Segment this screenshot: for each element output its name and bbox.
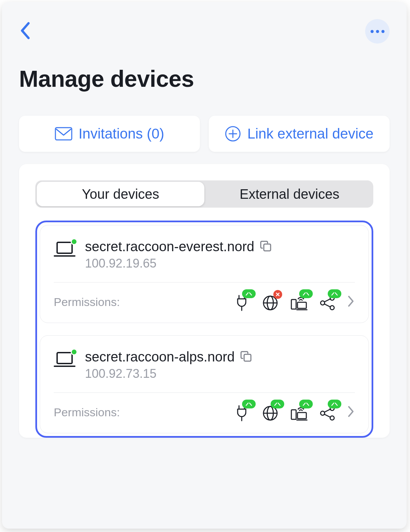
divider xyxy=(54,282,355,283)
laptop-icon xyxy=(54,351,75,368)
svg-rect-37 xyxy=(297,413,306,419)
status-badge-enabled xyxy=(328,400,341,408)
svg-rect-14 xyxy=(291,300,296,309)
status-badge-enabled xyxy=(328,289,341,298)
status-badge-enabled xyxy=(271,400,284,408)
device-card: secret.raccoon-everest.nord 100.92.19.65… xyxy=(40,225,369,323)
svg-line-22 xyxy=(324,299,330,302)
status-badge-enabled xyxy=(242,400,256,408)
devices-list-frame: secret.raccoon-everest.nord 100.92.19.65… xyxy=(35,221,373,438)
tab-your-devices-label: Your devices xyxy=(82,187,159,202)
chevron-right-icon xyxy=(347,294,355,308)
link-external-label: Link external device xyxy=(247,126,373,142)
svg-rect-28 xyxy=(244,354,251,361)
back-button[interactable] xyxy=(19,21,31,41)
copy-icon xyxy=(240,350,252,362)
status-badge-enabled xyxy=(299,289,313,298)
svg-line-35 xyxy=(278,403,280,405)
status-online-dot xyxy=(71,349,78,355)
svg-line-17 xyxy=(303,293,305,295)
svg-rect-36 xyxy=(291,410,296,419)
mail-icon xyxy=(55,127,72,141)
svg-point-43 xyxy=(330,416,334,420)
laptop-icon xyxy=(54,241,75,257)
svg-line-18 xyxy=(307,293,309,295)
tab-external-devices-label: External devices xyxy=(240,187,339,202)
device-name: secret.raccoon-everest.nord xyxy=(85,239,254,254)
svg-line-8 xyxy=(250,293,252,295)
permission-devices xyxy=(290,403,308,421)
svg-line-7 xyxy=(246,293,248,295)
device-ip: 100.92.73.15 xyxy=(85,367,355,381)
copy-button[interactable] xyxy=(260,240,272,254)
svg-point-21 xyxy=(330,306,334,310)
permission-globe xyxy=(261,293,279,311)
svg-line-34 xyxy=(275,403,277,405)
tab-your-devices[interactable]: Your devices xyxy=(37,182,204,206)
permissions-detail-button[interactable] xyxy=(347,405,355,420)
svg-line-45 xyxy=(324,414,330,417)
svg-line-23 xyxy=(324,304,330,307)
svg-line-25 xyxy=(335,293,337,295)
svg-rect-6 xyxy=(264,244,271,251)
status-badge-disabled xyxy=(273,290,282,299)
permissions-label: Permissions: xyxy=(54,295,120,309)
svg-line-24 xyxy=(332,293,334,295)
svg-line-44 xyxy=(324,409,330,412)
svg-rect-15 xyxy=(297,302,306,308)
divider xyxy=(54,392,355,393)
permission-share xyxy=(318,403,337,421)
chevron-left-icon xyxy=(19,21,31,40)
more-horizontal-icon xyxy=(371,30,385,33)
status-badge-enabled xyxy=(242,289,256,298)
page-title: Manage devices xyxy=(19,65,390,92)
device-ip: 100.92.19.65 xyxy=(85,256,355,271)
permission-power xyxy=(233,293,251,311)
svg-line-29 xyxy=(246,403,248,405)
permission-devices xyxy=(290,293,308,311)
svg-line-47 xyxy=(335,403,337,405)
status-online-dot xyxy=(71,238,78,245)
tab-external-devices[interactable]: External devices xyxy=(206,180,373,208)
device-card: secret.raccoon-alps.nord 100.92.73.15 Pe… xyxy=(40,335,369,433)
plus-circle-icon xyxy=(225,126,241,142)
permission-power xyxy=(233,403,251,421)
devices-panel: Your devices External devices secret.rac… xyxy=(19,164,390,438)
permissions-detail-button[interactable] xyxy=(347,294,355,309)
status-badge-enabled xyxy=(299,400,313,408)
copy-button[interactable] xyxy=(240,350,252,364)
copy-icon xyxy=(260,240,272,252)
permissions-label: Permissions: xyxy=(54,406,120,419)
more-options-button[interactable] xyxy=(365,19,390,44)
svg-line-46 xyxy=(332,403,334,405)
permission-globe xyxy=(261,403,279,421)
permissions-icons xyxy=(233,293,355,311)
chevron-right-icon xyxy=(347,405,355,418)
permission-share xyxy=(318,293,337,311)
invitations-label: Invitations (0) xyxy=(79,126,164,142)
svg-rect-0 xyxy=(55,128,72,140)
svg-rect-26 xyxy=(57,353,72,364)
svg-line-40 xyxy=(307,403,309,405)
link-external-device-button[interactable]: Link external device xyxy=(209,116,390,152)
svg-line-39 xyxy=(303,403,305,405)
invitations-button[interactable]: Invitations (0) xyxy=(19,116,200,152)
svg-line-30 xyxy=(250,403,252,405)
device-name: secret.raccoon-alps.nord xyxy=(85,349,235,365)
svg-rect-4 xyxy=(57,242,72,253)
device-tabs: Your devices External devices xyxy=(35,180,373,208)
permissions-icons xyxy=(233,403,355,421)
